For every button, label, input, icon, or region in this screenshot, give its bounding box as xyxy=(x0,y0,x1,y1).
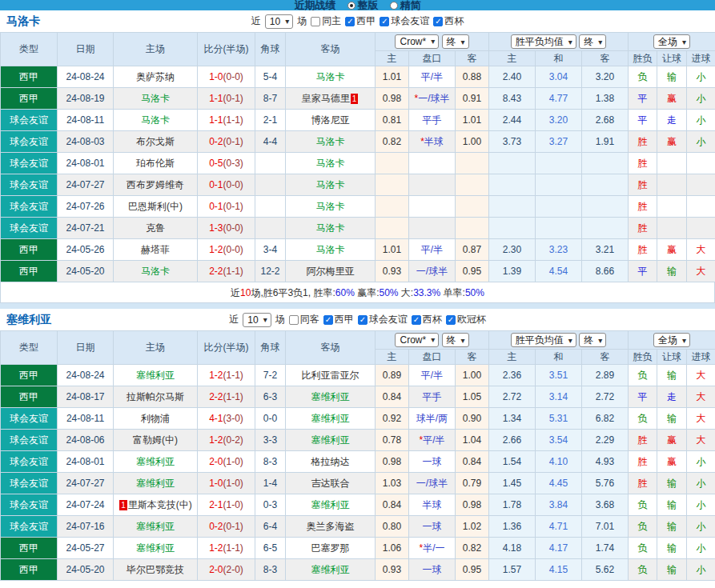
result-cell: 负 xyxy=(629,66,657,88)
page-title: 近期战绩 xyxy=(295,0,336,10)
result-cell: 胜 xyxy=(629,218,657,239)
avg-home-odds-cell: 2.36 xyxy=(489,365,536,386)
checkbox-checked-icon xyxy=(323,315,333,325)
home-water-cell: 1.01 xyxy=(376,66,409,88)
goals-result-cell xyxy=(687,218,715,239)
league-filter-checkbox[interactable]: 西甲 xyxy=(323,313,354,326)
away-team-cell: 比利亚雷亚尔 xyxy=(286,365,376,386)
avg-away-odds-cell xyxy=(582,196,629,218)
match-row: 西甲24-08-24奥萨苏纳1-0(0-0)5-4马洛卡1.01平/半0.882… xyxy=(1,66,715,88)
avg-home-odds-cell xyxy=(489,196,536,218)
league-filter-checkbox[interactable]: 西杯 xyxy=(433,14,464,28)
radio-full-version[interactable]: 整版 xyxy=(347,0,379,10)
score-cell: 0-2(0-1) xyxy=(198,516,255,538)
home-water-cell: 0.84 xyxy=(376,386,409,408)
avg-home-odds-cell: 1.54 xyxy=(489,451,536,473)
date-cell: 24-05-26 xyxy=(58,239,114,261)
same-home-checkbox[interactable]: 同主 xyxy=(311,14,341,28)
handicap-result-cell: 输 xyxy=(657,559,687,581)
match-row: 西甲24-08-17拉斯帕尔马斯2-2(1-1)6-3塞维利亚0.84平手1.0… xyxy=(1,386,715,408)
handicap-cell: 一球 xyxy=(409,516,456,538)
team-name: 马洛卡 xyxy=(141,266,170,277)
team-name: 西布罗姆维奇 xyxy=(127,179,184,190)
col-header-home: 主场 xyxy=(114,331,198,365)
corner-cell: 2-1 xyxy=(255,110,286,131)
radio-compact-version[interactable]: 精简 xyxy=(390,0,421,10)
final-odds-select[interactable]: 终 xyxy=(442,34,469,49)
handicap-cell: 平手 xyxy=(409,110,456,131)
handicap-result-cell: 输 xyxy=(657,494,687,516)
sub-header-avg-away: 客 xyxy=(582,51,629,66)
bookmaker-select[interactable]: Crow* xyxy=(395,34,439,49)
avg-type-select[interactable]: 胜平负均值 xyxy=(511,34,576,49)
home-team-cell: 塞维利亚 xyxy=(114,451,198,473)
checkbox-checked-icon xyxy=(412,315,421,325)
handicap-cell: 一/球半 xyxy=(409,261,456,282)
league-filter-checkbox[interactable]: 欧冠杯 xyxy=(446,313,486,326)
away-team-cell: 马洛卡 xyxy=(286,239,376,261)
team-name: 阿尔梅里亚 xyxy=(307,266,355,277)
matches-table-mallorca: 类型 日期 主场 比分(半场) 角球 客场 Crow* 终 胜平负均值 终 全场… xyxy=(0,32,715,282)
games-label: 场 xyxy=(297,14,307,28)
handicap-result-cell: 输 xyxy=(657,66,687,88)
league-filter-checkbox[interactable]: 西甲 xyxy=(345,14,376,28)
avg-home-odds-cell: 1.57 xyxy=(489,559,536,581)
sub-header-goals-result: 进球 xyxy=(687,51,715,66)
home-water-cell xyxy=(376,174,409,196)
final-odds-select[interactable]: 终 xyxy=(442,333,469,347)
league-type-cell: 西甲 xyxy=(1,559,58,581)
avg-type-select[interactable]: 胜平负均值 xyxy=(511,333,576,347)
avg-draw-odds-cell xyxy=(536,218,582,239)
goals-result-cell xyxy=(687,153,715,174)
avg-away-odds-cell: 2.29 xyxy=(582,430,629,451)
goals-result-cell: 小 xyxy=(687,494,715,516)
league-filter-checkbox[interactable]: 西杯 xyxy=(412,313,442,326)
team-name: 马洛卡 xyxy=(141,93,170,104)
league-filter-checkbox[interactable]: 球会友谊 xyxy=(358,313,408,326)
final-odds-select-2[interactable]: 终 xyxy=(579,333,606,347)
score-cell: 2-2(1-1) xyxy=(198,386,255,408)
sub-header-avg-away: 客 xyxy=(582,350,629,365)
avg-home-odds-cell: 1.39 xyxy=(489,261,536,282)
league-type-cell: 球会友谊 xyxy=(1,196,58,218)
sub-header-result: 胜负 xyxy=(629,51,657,66)
home-team-cell: 马洛卡 xyxy=(114,88,198,110)
away-water-cell: 0.87 xyxy=(456,239,489,261)
avg-draw-odds-cell: 4.77 xyxy=(536,88,582,110)
away-water-cell: 0.84 xyxy=(456,451,489,473)
score-cell: 4-1(3-0) xyxy=(198,408,255,430)
bookmaker-select[interactable]: Crow* xyxy=(395,333,439,347)
avg-draw-odds-cell: 3.51 xyxy=(536,365,582,386)
handicap-cell: 平/半 xyxy=(409,66,456,88)
away-water-cell: 1.04 xyxy=(456,430,489,451)
team-name: 马洛卡 xyxy=(316,179,345,190)
date-cell: 24-05-20 xyxy=(58,559,114,581)
league-filter-checkbox[interactable]: 球会友谊 xyxy=(380,14,429,28)
home-water-cell xyxy=(376,196,409,218)
goals-result-cell: 小 xyxy=(687,88,715,110)
match-count-select[interactable]: 10 xyxy=(265,14,293,29)
corner-cell xyxy=(255,196,286,218)
score-cell: 0-1(0-1) xyxy=(198,196,255,218)
result-cell: 平 xyxy=(629,110,657,131)
scope-select[interactable]: 全场 xyxy=(653,34,690,49)
fulltime-score: 0-1 xyxy=(209,179,223,190)
corner-cell: 12-2 xyxy=(255,261,286,282)
handicap-result-cell: 赢 xyxy=(657,239,687,261)
away-team-cell: 塞维利亚 xyxy=(286,494,376,516)
result-cell: 负 xyxy=(629,408,657,430)
avg-away-odds-cell: 2.89 xyxy=(582,365,629,386)
fulltime-score: 1-1 xyxy=(209,93,223,104)
match-count-select[interactable]: 10 xyxy=(243,313,271,327)
match-row: 球会友谊24-07-26巴恩斯利(中)0-1(0-1)马洛卡胜 xyxy=(1,196,715,218)
scope-select[interactable]: 全场 xyxy=(653,333,690,347)
final-odds-select-2[interactable]: 终 xyxy=(579,34,606,49)
handicap-result-cell: 输 xyxy=(657,408,687,430)
date-cell: 24-07-24 xyxy=(58,494,114,516)
same-away-checkbox[interactable]: 同客 xyxy=(289,313,319,326)
away-team-cell: 博洛尼亚 xyxy=(286,110,376,131)
avg-home-odds-cell xyxy=(489,174,536,196)
score-cell: 2-1(1-0) xyxy=(198,494,255,516)
fulltime-score: 1-1 xyxy=(209,114,223,126)
sub-header-goals-result: 进球 xyxy=(687,350,715,365)
